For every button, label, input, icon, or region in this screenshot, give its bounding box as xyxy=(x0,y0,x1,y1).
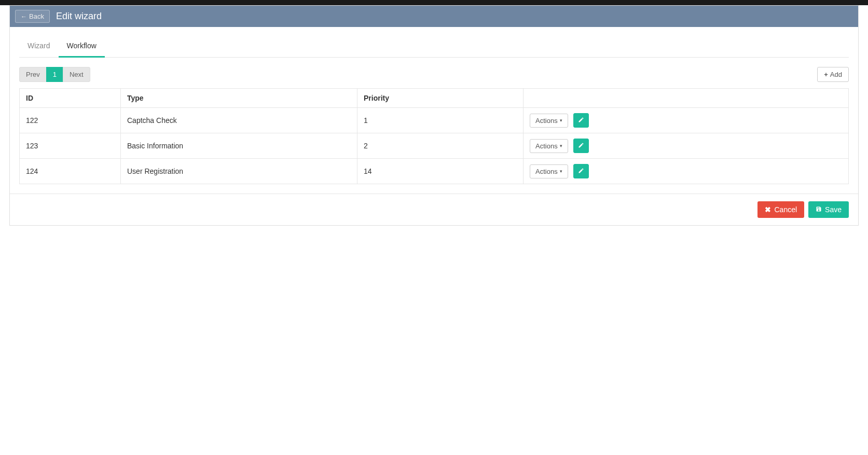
cancel-button-label: Cancel xyxy=(774,205,797,214)
close-icon: ✖ xyxy=(765,205,771,214)
cell-priority: 14 xyxy=(357,159,523,184)
save-button[interactable]: Save xyxy=(808,201,849,218)
col-priority: Priority xyxy=(357,89,523,108)
add-button-label: Add xyxy=(830,71,842,78)
actions-dropdown[interactable]: Actions▾ xyxy=(530,164,568,178)
toolbar: Prev 1 Next + Add xyxy=(19,67,849,82)
pager-next[interactable]: Next xyxy=(63,67,90,82)
tab-bar: Wizard Workflow xyxy=(19,36,849,58)
cell-actions: Actions▾ xyxy=(523,133,849,159)
table-header-row: ID Type Priority xyxy=(20,89,849,108)
back-button[interactable]: ← Back xyxy=(15,10,50,23)
cell-id: 123 xyxy=(20,133,121,159)
chevron-down-icon: ▾ xyxy=(560,143,562,148)
cell-priority: 2 xyxy=(357,133,523,159)
actions-dropdown-label: Actions xyxy=(535,117,558,125)
actions-dropdown[interactable]: Actions▾ xyxy=(530,114,568,128)
pagination: Prev 1 Next xyxy=(19,67,90,82)
tab-wizard[interactable]: Wizard xyxy=(19,36,59,58)
edit-button[interactable] xyxy=(573,113,589,128)
window-top-bar xyxy=(0,0,868,5)
cell-type: Basic Information xyxy=(121,133,357,159)
cell-actions: Actions▾ xyxy=(523,159,849,184)
col-type: Type xyxy=(121,89,357,108)
pencil-icon xyxy=(578,117,584,125)
col-id: ID xyxy=(20,89,121,108)
table-row: 123Basic Information2Actions▾ xyxy=(20,133,849,159)
pencil-icon xyxy=(578,168,584,175)
edit-button[interactable] xyxy=(573,139,589,153)
footer-actions: ✖ Cancel Save xyxy=(10,194,858,225)
back-button-label: Back xyxy=(29,12,44,20)
actions-dropdown[interactable]: Actions▾ xyxy=(530,139,568,153)
pencil-icon xyxy=(578,142,584,150)
actions-dropdown-label: Actions xyxy=(535,168,558,175)
actions-dropdown-label: Actions xyxy=(535,142,558,150)
save-button-label: Save xyxy=(825,205,842,214)
cell-type: Captcha Check xyxy=(121,108,357,133)
cell-actions: Actions▾ xyxy=(523,108,849,133)
plus-icon: + xyxy=(824,71,828,78)
page-title: Edit wizard xyxy=(56,11,102,22)
page-header: ← Back Edit wizard xyxy=(10,6,858,27)
cell-priority: 1 xyxy=(357,108,523,133)
table-row: 122Captcha Check1Actions▾ xyxy=(20,108,849,133)
col-actions xyxy=(523,89,849,108)
cell-type: User Registration xyxy=(121,159,357,184)
cell-id: 122 xyxy=(20,108,121,133)
cell-id: 124 xyxy=(20,159,121,184)
pager-prev[interactable]: Prev xyxy=(19,67,47,82)
chevron-down-icon: ▾ xyxy=(560,169,562,174)
tab-workflow[interactable]: Workflow xyxy=(59,36,105,58)
arrow-left-icon: ← xyxy=(21,13,27,20)
table-row: 124User Registration14Actions▾ xyxy=(20,159,849,184)
content-area: Wizard Workflow Prev 1 Next + Add ID Typ… xyxy=(10,27,858,194)
floppy-icon xyxy=(816,205,822,214)
pager-page-1[interactable]: 1 xyxy=(46,67,63,82)
page-container: ← Back Edit wizard Wizard Workflow Prev … xyxy=(9,5,859,226)
cancel-button[interactable]: ✖ Cancel xyxy=(757,201,804,218)
chevron-down-icon: ▾ xyxy=(560,118,562,123)
add-button[interactable]: + Add xyxy=(817,67,849,82)
edit-button[interactable] xyxy=(573,164,589,178)
workflow-table: ID Type Priority 122Captcha Check1Action… xyxy=(19,88,849,184)
